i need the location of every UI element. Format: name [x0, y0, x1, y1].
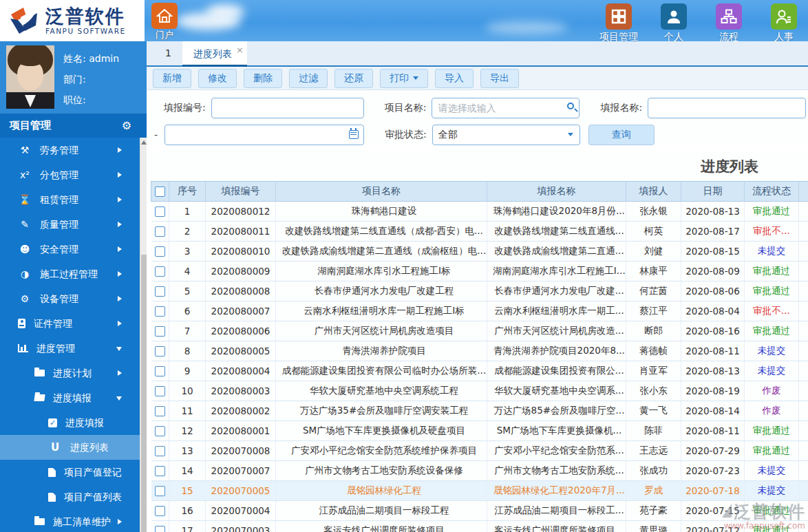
report-name-link[interactable]: 长春市伊通河水力发电厂改建... [487, 281, 626, 301]
report-code-link[interactable]: 2020070008 [206, 441, 276, 461]
row-checkbox[interactable] [155, 406, 165, 416]
打印-button[interactable]: 打印 [380, 69, 428, 88]
sidebar-item-安全管理[interactable]: ☻安全管理 [0, 237, 140, 262]
过滤-button[interactable]: 过滤 [289, 69, 328, 88]
sidebar-item-进度列表[interactable]: U进度列表 [0, 435, 140, 460]
导入-button[interactable]: 导入 [435, 69, 474, 88]
table-row[interactable]: 52020080008长春市伊通河水力发电厂改建工程长春市伊通河水力发电厂改建.… [151, 281, 808, 301]
report-name-link[interactable]: 万达广场85#会所及咖啡厅空... [487, 401, 626, 421]
table-row[interactable]: 172020070003客运专线广州调度所装修项目客运专线广州调度所装修项目..… [151, 521, 808, 532]
sidebar-item-进度计划[interactable]: 进度计划 [0, 361, 140, 385]
report-code-link[interactable]: 2020080002 [206, 401, 276, 421]
project-name-link[interactable]: 江苏成品油二期项目一标段工程 [276, 501, 487, 521]
row-checkbox[interactable] [155, 306, 165, 317]
report-code-link[interactable]: 2020080006 [206, 321, 276, 341]
row-checkbox[interactable] [155, 486, 165, 496]
row-checkbox[interactable] [155, 286, 165, 297]
sidebar-item-进度填报[interactable]: 进度填报 [0, 385, 140, 410]
app-button-人事[interactable]: 人事 [764, 3, 804, 41]
sidebar-item-施工过程管理[interactable]: ◑施工过程管理 [0, 262, 140, 286]
table-row[interactable]: 42020080009湖南洞庭湖水库引水工程施工I标湖南洞庭湖水库引水工程施工I… [151, 262, 808, 281]
scroll-up-icon[interactable] [141, 140, 147, 145]
scrollbar-thumb[interactable] [141, 255, 147, 532]
row-checkbox[interactable] [155, 506, 165, 516]
sidebar-item-项目产值列表[interactable]: 项目产值列表 [0, 485, 140, 509]
project-name-link[interactable]: 湖南洞庭湖水库引水工程施工I标 [276, 262, 487, 281]
table-row[interactable]: 92020080004成都能源建设集团投资有限公司临时办公场所装...成都能源建… [151, 361, 808, 381]
report-code-link[interactable]: 2020080005 [206, 341, 276, 361]
report-code-link[interactable]: 2020080010 [206, 242, 276, 262]
修改-button[interactable]: 修改 [198, 69, 237, 88]
report-name-link[interactable]: 成都能源建设集团投资有限公... [487, 361, 626, 381]
row-checkbox[interactable] [155, 446, 165, 456]
sidebar-item-分包管理[interactable]: x²分包管理 [0, 162, 140, 187]
gear-icon[interactable]: ⚙ [122, 114, 131, 138]
table-row[interactable]: 12020080012珠海鹤港口建设珠海鹤港口建设2020年8月份...张永银2… [151, 202, 808, 222]
table-row[interactable]: 102020080003华软大厦研究基地中央空调系统工程华软大厦研究基地中央空调… [151, 381, 808, 401]
report-name-link[interactable]: 珠海鹤港口建设2020年8月份... [487, 202, 626, 222]
report-name-link[interactable]: 客运专线广州调度所装修项目... [487, 521, 626, 532]
report-name-link[interactable]: SM广场地下车库更换摄像机... [487, 421, 626, 441]
close-icon[interactable]: × [236, 37, 244, 63]
project-name-link[interactable]: 广州市文物考古工地安防系统设备保修 [276, 461, 487, 481]
app-button-项目管理[interactable]: 项目管理 [599, 3, 639, 41]
calendar-icon[interactable] [349, 130, 359, 139]
report-code-link[interactable]: 2020070003 [206, 521, 276, 532]
report-no-input[interactable] [211, 98, 364, 118]
project-name-link[interactable]: 华软大厦研究基地中央空调系统工程 [276, 381, 487, 401]
新增-button[interactable]: 新增 [153, 69, 191, 88]
row-checkbox[interactable] [155, 526, 165, 532]
project-name-link[interactable]: 珠海鹤港口建设 [276, 202, 487, 222]
project-name-link[interactable]: 改建铁路成渝线增建第二直通线（成渝枢纽）电... [276, 242, 487, 262]
report-code-link[interactable]: 2020080001 [206, 421, 276, 441]
project-name-link[interactable]: 长春市伊通河水力发电厂改建工程 [276, 281, 487, 301]
row-checkbox[interactable] [155, 326, 165, 337]
row-checkbox[interactable] [155, 346, 165, 357]
project-name-link[interactable]: 广州市天河区统计局机房改造项目 [276, 321, 487, 341]
report-code-link[interactable]: 2020080008 [206, 281, 276, 301]
table-row[interactable]: 112020080002万达广场35#会所及咖啡厅空调安装工程万达广场85#会所… [151, 401, 808, 421]
search-icon[interactable] [567, 103, 574, 109]
report-name-link[interactable]: 改建铁路线增建第二线直通线... [487, 222, 626, 242]
row-checkbox[interactable] [155, 206, 165, 217]
row-checkbox[interactable] [155, 266, 165, 277]
row-checkbox[interactable] [155, 366, 165, 376]
report-code-link[interactable]: 2020080012 [206, 202, 276, 222]
portal-button[interactable]: 门户 [151, 3, 178, 41]
table-row[interactable]: 152020070005晟铭园林绿化工程晟铭园林绿化工程2020年7月...罗成… [151, 481, 808, 501]
sidebar-item-项目产值登记[interactable]: 项目产值登记 [0, 460, 140, 485]
sidebar-section-header[interactable]: 项目管理 ⚙ [0, 114, 147, 138]
report-name-link[interactable]: 广州市天河区统计局机房改造... [487, 321, 626, 341]
project-name-link[interactable]: 云南水利枢纽潜明水库一期工程施工I标 [276, 301, 487, 321]
report-code-link[interactable]: 2020070004 [206, 501, 276, 521]
project-name-link[interactable]: SM广场地下车库更换摄像机及硬盘项目 [276, 421, 487, 441]
还原-button[interactable]: 还原 [334, 69, 373, 88]
row-checkbox[interactable] [155, 466, 165, 476]
select-all-checkbox[interactable] [155, 187, 165, 197]
project-name-link[interactable]: 广安邓小平纪念馆安全防范系统维护保养项目 [276, 441, 487, 461]
sidebar-item-劳务管理[interactable]: ⚒劳务管理 [0, 138, 140, 162]
删除-button[interactable]: 删除 [244, 69, 282, 88]
report-code-link[interactable]: 2020080003 [206, 381, 276, 401]
sidebar-item-设备管理[interactable]: ⚙设备管理 [0, 286, 140, 311]
table-row[interactable]: 142020070007广州市文物考古工地安防系统设备保修广州市文物考古工地安防… [151, 461, 808, 481]
row-checkbox[interactable] [155, 246, 165, 257]
report-name-link[interactable]: 江苏成品油二期项目一标段工... [487, 501, 626, 521]
report-code-link[interactable]: 2020070005 [206, 481, 276, 501]
导出-button[interactable]: 导出 [480, 69, 519, 88]
sidebar-item-进度管理[interactable]: 进度管理 [0, 336, 140, 361]
approval-status-select[interactable]: 全部 [432, 125, 580, 145]
project-name-link[interactable]: 晟铭园林绿化工程 [276, 481, 487, 501]
table-row[interactable]: 132020070008广安邓小平纪念馆安全防范系统维护保养项目广安邓小平纪念馆… [151, 441, 808, 461]
project-name-link[interactable]: 成都能源建设集团投资有限公司临时办公场所装... [276, 361, 487, 381]
sidebar-scrollbar[interactable] [140, 138, 147, 532]
report-code-link[interactable]: 2020080007 [206, 301, 276, 321]
date-input[interactable] [164, 125, 364, 145]
sidebar-item-施工清单维护[interactable]: 施工清单维护 [0, 509, 140, 532]
sidebar-item-质量管理[interactable]: ✎质量管理 [0, 212, 140, 237]
app-button-个人[interactable]: 个人 [654, 3, 694, 41]
sidebar-item-证件管理[interactable]: 证件管理 [0, 311, 140, 336]
table-row[interactable]: 62020080007云南水利枢纽潜明水库一期工程施工I标云南水利枢纽潜明水库一… [151, 301, 808, 321]
tab-progress-list[interactable]: 进度列表 × [182, 41, 247, 67]
row-checkbox[interactable] [155, 386, 165, 396]
